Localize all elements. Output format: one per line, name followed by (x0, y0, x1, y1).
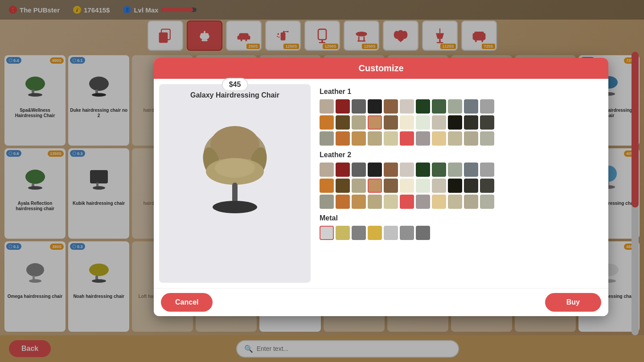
color-swatch[interactable] (352, 99, 366, 114)
color-swatch[interactable] (416, 195, 430, 209)
color-swatch[interactable] (320, 226, 334, 240)
color-swatch[interactable] (464, 195, 478, 209)
buy-button[interactable]: Buy (545, 293, 601, 312)
color-swatch[interactable] (320, 99, 334, 114)
color-swatch[interactable] (400, 115, 414, 130)
customize-options: Leather 1 Leather 2 Metal (316, 79, 608, 288)
color-swatch[interactable] (384, 131, 398, 146)
color-swatch[interactable] (416, 115, 430, 130)
color-swatch[interactable] (432, 195, 446, 209)
customize-modal: Customize $45 Galaxy Hairdressing Chair (154, 58, 608, 316)
color-swatch[interactable] (336, 163, 350, 177)
color-swatch[interactable] (336, 99, 350, 114)
preview-title: Galaxy Hairdressing Chair (190, 91, 279, 99)
color-swatch[interactable] (368, 179, 382, 193)
color-swatch[interactable] (464, 179, 478, 193)
leather2-label: Leather 2 (320, 151, 601, 159)
color-swatch[interactable] (336, 131, 350, 146)
metal-color-grid (320, 226, 601, 240)
color-swatch[interactable] (448, 163, 462, 177)
color-swatch[interactable] (368, 195, 382, 209)
price-value: $45 (229, 81, 241, 88)
color-swatch[interactable] (368, 226, 382, 240)
color-swatch[interactable] (464, 163, 478, 177)
customize-footer: Cancel Buy (154, 288, 608, 316)
color-swatch[interactable] (480, 163, 494, 177)
color-swatch[interactable] (416, 131, 430, 146)
color-swatch[interactable] (320, 179, 334, 193)
color-swatch[interactable] (416, 179, 430, 193)
color-swatch[interactable] (400, 131, 414, 146)
color-swatch[interactable] (464, 131, 478, 146)
color-swatch[interactable] (320, 115, 334, 130)
color-swatch[interactable] (336, 195, 350, 209)
color-swatch[interactable] (384, 226, 398, 240)
leather1-color-grid (320, 99, 601, 146)
color-swatch[interactable] (352, 179, 366, 193)
color-swatch[interactable] (416, 226, 430, 240)
color-swatch[interactable] (336, 115, 350, 130)
color-swatch[interactable] (432, 115, 446, 130)
color-swatch[interactable] (368, 163, 382, 177)
price-bubble: $45 (222, 78, 248, 91)
color-swatch[interactable] (448, 179, 462, 193)
svg-point-80 (215, 158, 255, 178)
color-swatch[interactable] (448, 99, 462, 114)
color-swatch[interactable] (352, 131, 366, 146)
color-swatch[interactable] (320, 163, 334, 177)
color-swatch[interactable] (400, 179, 414, 193)
color-swatch[interactable] (464, 115, 478, 130)
color-swatch[interactable] (432, 179, 446, 193)
color-swatch[interactable] (480, 131, 494, 146)
color-swatch[interactable] (400, 163, 414, 177)
color-swatch[interactable] (320, 195, 334, 209)
svg-point-79 (213, 201, 257, 213)
color-swatch[interactable] (448, 131, 462, 146)
color-swatch[interactable] (432, 131, 446, 146)
color-swatch[interactable] (336, 179, 350, 193)
chair-preview (177, 105, 293, 229)
customize-preview: $45 Galaxy Hairdressing Chair (159, 84, 311, 283)
color-swatch[interactable] (368, 131, 382, 146)
color-swatch[interactable] (384, 163, 398, 177)
customize-header: Customize (154, 58, 608, 79)
color-swatch[interactable] (416, 163, 430, 177)
color-swatch[interactable] (384, 195, 398, 209)
color-swatch[interactable] (320, 131, 334, 146)
color-swatch[interactable] (352, 226, 366, 240)
customize-title: Customize (358, 63, 403, 73)
color-swatch[interactable] (416, 99, 430, 114)
color-swatch[interactable] (400, 226, 414, 240)
color-swatch[interactable] (480, 179, 494, 193)
color-swatch[interactable] (448, 115, 462, 130)
customize-body: $45 Galaxy Hairdressing Chair (154, 79, 608, 288)
cancel-button[interactable]: Cancel (161, 293, 213, 312)
color-swatch[interactable] (352, 195, 366, 209)
color-swatch[interactable] (432, 163, 446, 177)
color-swatch[interactable] (480, 195, 494, 209)
color-swatch[interactable] (464, 99, 478, 114)
color-swatch[interactable] (400, 195, 414, 209)
color-swatch[interactable] (368, 99, 382, 114)
color-swatch[interactable] (384, 99, 398, 114)
color-swatch[interactable] (448, 195, 462, 209)
color-swatch[interactable] (384, 179, 398, 193)
color-swatch[interactable] (336, 226, 350, 240)
leather1-label: Leather 1 (320, 88, 601, 96)
color-swatch[interactable] (480, 115, 494, 130)
color-swatch[interactable] (352, 115, 366, 130)
metal-label: Metal (320, 214, 601, 222)
color-swatch[interactable] (432, 99, 446, 114)
leather2-color-grid (320, 163, 601, 209)
color-swatch[interactable] (400, 99, 414, 114)
color-swatch[interactable] (368, 115, 382, 130)
color-swatch[interactable] (352, 163, 366, 177)
color-swatch[interactable] (384, 115, 398, 130)
color-swatch[interactable] (480, 99, 494, 114)
